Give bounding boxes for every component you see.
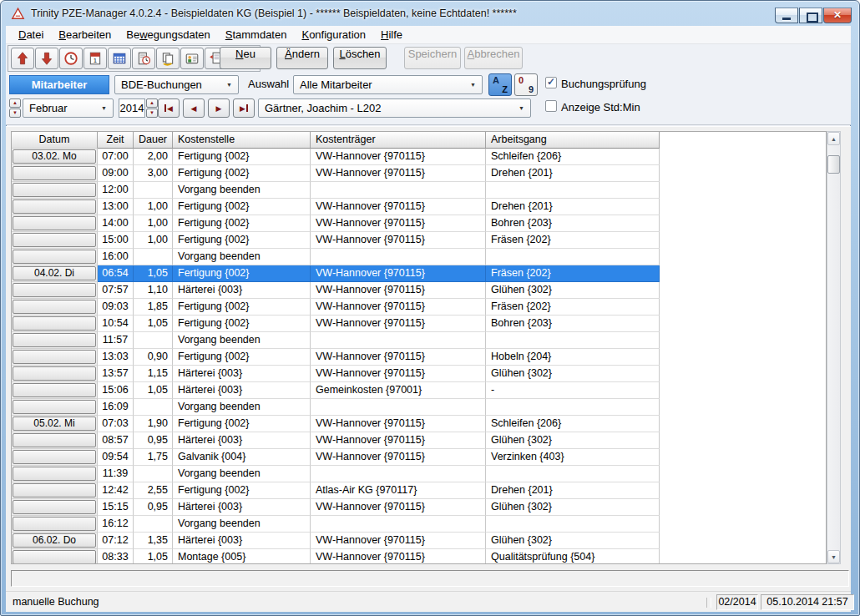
cell-kostenstelle[interactable]: Montage {005} xyxy=(173,549,311,564)
date-button[interactable] xyxy=(13,250,96,264)
month-spin-up[interactable]: ▲ xyxy=(9,98,21,108)
table-row[interactable]: 10:54 1,05 Fertigung {002} VW-Hannover {… xyxy=(12,316,826,332)
cell-arbeitsgang[interactable] xyxy=(486,332,660,349)
cell-zeit[interactable]: 06:54 xyxy=(98,265,134,282)
cell-dauer[interactable]: 1,00 xyxy=(134,232,173,249)
cell-zeit[interactable]: 15:00 xyxy=(98,232,134,249)
date-button[interactable] xyxy=(13,383,96,397)
cell-arbeitsgang[interactable]: Drehen {201} xyxy=(486,482,660,499)
year-spin-up[interactable]: ▲ xyxy=(146,98,158,108)
cell-dauer[interactable]: 1,35 xyxy=(134,533,173,549)
cell-dauer[interactable]: 1,00 xyxy=(134,199,173,215)
date-button[interactable]: 05.02. Mi xyxy=(13,417,96,431)
table-row[interactable]: 11:39 Vorgang beenden xyxy=(12,466,826,482)
cell-kostentraeger[interactable]: VW-Hannover {970115} xyxy=(311,265,486,282)
cell-dauer[interactable]: 1,05 xyxy=(134,265,173,282)
cell-kostenstelle[interactable]: Fertigung {002} xyxy=(173,149,311,165)
cell-zeit[interactable]: 10:54 xyxy=(98,316,134,332)
cell-arbeitsgang[interactable]: Bohren {203} xyxy=(486,316,660,332)
cell-zeit[interactable]: 12:00 xyxy=(98,182,134,199)
cell-kostenstelle[interactable]: Fertigung {002} xyxy=(173,199,311,215)
table-row[interactable]: 07:57 1,10 Härterei {003} VW-Hannover {9… xyxy=(12,282,826,299)
cell-zeit[interactable]: 16:12 xyxy=(98,516,134,533)
abbrechen-button[interactable]: Abbrechen xyxy=(464,47,523,69)
date-button[interactable] xyxy=(13,216,96,230)
calendar-month-button[interactable] xyxy=(108,48,131,69)
cell-kostentraeger[interactable]: VW-Hannover {970115} xyxy=(311,165,486,182)
selection-combobox[interactable]: Alle Mitarbeiter xyxy=(293,75,483,94)
speichern-button[interactable]: Speichern xyxy=(404,47,461,69)
employee-combobox[interactable]: Gärtner, Joachim - L202 xyxy=(258,98,531,118)
cell-kostenstelle[interactable]: Härterei {003} xyxy=(173,382,311,399)
table-row[interactable]: 16:00 Vorgang beenden xyxy=(12,249,826,265)
cell-kostentraeger[interactable] xyxy=(311,466,486,482)
date-button[interactable] xyxy=(13,166,96,180)
cell-zeit[interactable]: 07:57 xyxy=(98,282,134,299)
cell-kostentraeger[interactable] xyxy=(311,249,486,265)
menu-bewegungsdaten[interactable]: Bewegungsdaten xyxy=(119,26,217,43)
view-combobox[interactable]: BDE-Buchungen xyxy=(114,75,239,94)
header-arbeitsgang[interactable]: Arbeitsgang xyxy=(486,132,660,149)
cell-dauer[interactable]: 1,05 xyxy=(134,316,173,332)
cell-arbeitsgang[interactable]: Drehen {201} xyxy=(486,199,660,215)
maximize-button[interactable] xyxy=(799,8,822,23)
cell-dauer[interactable]: 1,05 xyxy=(134,549,173,564)
header-dauer[interactable]: Dauer xyxy=(134,132,173,149)
aendern-button[interactable]: Ändern xyxy=(276,47,328,69)
table-row[interactable]: 11:57 Vorgang beenden xyxy=(12,332,826,349)
cell-zeit[interactable]: 11:39 xyxy=(98,466,134,482)
move-down-button[interactable] xyxy=(35,48,58,69)
cell-zeit[interactable]: 07:00 xyxy=(98,149,134,165)
date-button[interactable] xyxy=(13,199,96,214)
scroll-down-icon[interactable]: ▼ xyxy=(827,550,840,563)
time-clock-button[interactable] xyxy=(59,48,83,69)
cell-kostenstelle[interactable]: Vorgang beenden xyxy=(173,466,311,482)
table-row[interactable]: 13:00 1,00 Fertigung {002} VW-Hannover {… xyxy=(12,199,826,215)
nav-next-button[interactable]: ▶ xyxy=(208,98,230,118)
cell-arbeitsgang[interactable]: Glühen {302} xyxy=(486,432,660,449)
cell-arbeitsgang[interactable]: Glühen {302} xyxy=(486,533,660,549)
cell-arbeitsgang[interactable]: Glühen {302} xyxy=(486,282,660,299)
cell-arbeitsgang[interactable]: Fräsen {202} xyxy=(486,265,660,282)
cell-zeit[interactable]: 16:00 xyxy=(98,249,134,265)
cell-dauer[interactable]: 1,00 xyxy=(134,215,173,232)
cell-zeit[interactable]: 09:00 xyxy=(98,165,134,182)
cell-dauer[interactable] xyxy=(134,516,173,533)
cell-kostentraeger[interactable]: VW-Hannover {970115} xyxy=(311,199,486,215)
cell-kostenstelle[interactable]: Fertigung {002} xyxy=(173,232,311,249)
cell-dauer[interactable]: 3,00 xyxy=(134,165,173,182)
menu-konfiguration[interactable]: Konfiguration xyxy=(294,26,373,43)
cell-kostentraeger[interactable] xyxy=(311,516,486,533)
cell-zeit[interactable]: 09:03 xyxy=(98,299,134,316)
month-spin-down[interactable]: ▼ xyxy=(9,109,21,118)
nav-last-button[interactable]: ▶ xyxy=(233,98,255,118)
date-button[interactable] xyxy=(13,483,96,497)
table-row[interactable]: 15:06 1,05 Härterei {003} Gemeinkosten {… xyxy=(12,382,826,399)
date-button[interactable] xyxy=(13,433,96,447)
cell-zeit[interactable]: 14:00 xyxy=(98,215,134,232)
calendar-day-button[interactable]: 1 xyxy=(83,48,107,69)
header-datum[interactable]: Datum xyxy=(12,132,98,149)
planning-clock-button[interactable] xyxy=(132,48,155,69)
cell-arbeitsgang[interactable] xyxy=(486,466,660,482)
cell-zeit[interactable]: 12:42 xyxy=(98,482,134,499)
cell-dauer[interactable]: 1,75 xyxy=(134,449,173,466)
cell-kostentraeger[interactable]: VW-Hannover {970115} xyxy=(311,232,486,249)
cell-arbeitsgang[interactable]: Fräsen {202} xyxy=(486,299,660,316)
cell-zeit[interactable]: 15:06 xyxy=(98,382,134,399)
cell-kostenstelle[interactable]: Fertigung {002} xyxy=(173,482,311,499)
cell-dauer[interactable] xyxy=(134,466,173,482)
header-kostenstelle[interactable]: Kostenstelle xyxy=(173,132,311,149)
header-kostentraeger[interactable]: Kostenträger xyxy=(311,132,486,149)
cell-dauer[interactable] xyxy=(134,182,173,199)
cell-zeit[interactable]: 11:57 xyxy=(98,332,134,349)
table-row[interactable]: 09:03 1,85 Fertigung {002} VW-Hannover {… xyxy=(12,299,826,316)
scroll-up-icon[interactable]: ▲ xyxy=(827,132,840,145)
menu-datei[interactable]: Datei xyxy=(11,26,51,43)
cell-kostenstelle[interactable]: Härterei {003} xyxy=(173,533,311,549)
cell-kostentraeger[interactable]: VW-Hannover {970115} xyxy=(311,549,486,564)
date-button[interactable] xyxy=(13,350,96,364)
cell-dauer[interactable]: 0,95 xyxy=(134,499,173,516)
table-row[interactable]: 04.02. Di 06:54 1,05 Fertigung {002} VW-… xyxy=(12,265,826,282)
cell-kostentraeger[interactable]: VW-Hannover {970115} xyxy=(311,416,486,432)
